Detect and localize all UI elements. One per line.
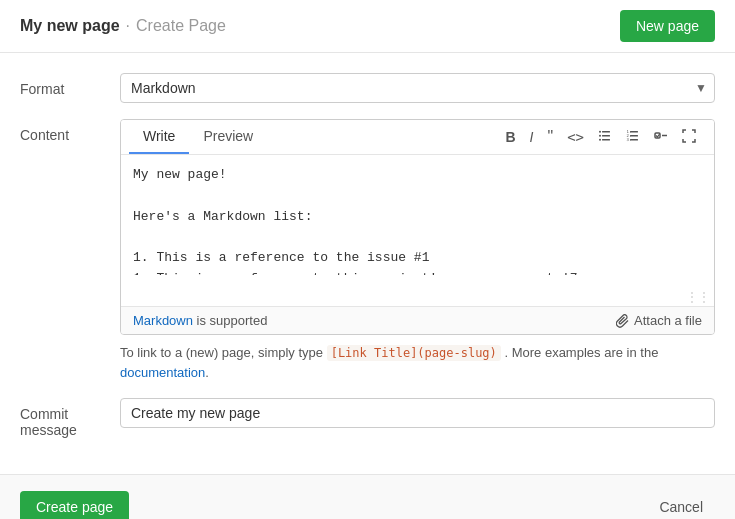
link-hint-prefix: To link to a (new) page, simply type bbox=[120, 345, 327, 360]
content-row: Content Write Preview B I " <> bbox=[20, 119, 715, 382]
bold-button[interactable]: B bbox=[499, 126, 521, 148]
commit-message-row: Commit message bbox=[20, 398, 715, 438]
format-row: Format Markdown AsciiDoc RDoc Org ▼ bbox=[20, 73, 715, 103]
content-label: Content bbox=[20, 119, 120, 143]
editor-toolbar: B I " <> 1.2.3. bbox=[495, 121, 706, 153]
attach-file-button[interactable]: Attach a file bbox=[616, 313, 702, 328]
documentation-link[interactable]: documentation bbox=[120, 365, 205, 380]
page-title-sub: Create Page bbox=[136, 17, 226, 35]
svg-rect-0 bbox=[602, 131, 610, 133]
resize-handle[interactable]: ⋮⋮ bbox=[121, 288, 714, 306]
attach-file-label: Attach a file bbox=[634, 313, 702, 328]
task-list-button[interactable] bbox=[648, 125, 674, 149]
breadcrumb: My new page · Create Page bbox=[20, 17, 226, 35]
format-label: Format bbox=[20, 73, 120, 97]
link-hint: To link to a (new) page, simply type [Li… bbox=[120, 343, 715, 382]
form-actions: Create page Cancel bbox=[0, 474, 735, 519]
editor-tabs-group: Write Preview bbox=[129, 120, 267, 154]
svg-text:3.: 3. bbox=[627, 137, 632, 142]
svg-rect-1 bbox=[602, 135, 610, 137]
create-page-button[interactable]: Create page bbox=[20, 491, 129, 519]
editor-footer: Markdown is supported Attach a file bbox=[121, 306, 714, 334]
svg-rect-2 bbox=[602, 139, 610, 141]
commit-message-input[interactable] bbox=[120, 398, 715, 428]
page-title-bold: My new page bbox=[20, 17, 120, 35]
unordered-list-button[interactable] bbox=[592, 125, 618, 149]
content-editor-wrap: Write Preview B I " <> 1.2.3. bbox=[120, 119, 715, 382]
markdown-supported-text: is supported bbox=[197, 313, 268, 328]
editor-body: My new page! Here's a Markdown list: 1. … bbox=[121, 155, 714, 288]
link-hint-suffix: . More examples are in the bbox=[504, 345, 658, 360]
create-page-form: Format Markdown AsciiDoc RDoc Org ▼ Cont… bbox=[0, 53, 735, 474]
commit-message-label: Commit message bbox=[20, 398, 120, 438]
cancel-button[interactable]: Cancel bbox=[647, 491, 715, 519]
ordered-list-button[interactable]: 1.2.3. bbox=[620, 125, 646, 149]
markdown-support-note: Markdown is supported bbox=[133, 313, 267, 328]
format-field: Markdown AsciiDoc RDoc Org ▼ bbox=[120, 73, 715, 103]
italic-button[interactable]: I bbox=[524, 126, 540, 148]
link-hint-code: [Link Title](page-slug) bbox=[327, 345, 501, 361]
tab-write[interactable]: Write bbox=[129, 120, 189, 154]
editor: Write Preview B I " <> 1.2.3. bbox=[120, 119, 715, 335]
svg-point-3 bbox=[599, 131, 601, 133]
format-select[interactable]: Markdown AsciiDoc RDoc Org bbox=[120, 73, 715, 103]
svg-point-4 bbox=[599, 135, 601, 137]
format-select-wrap: Markdown AsciiDoc RDoc Org ▼ bbox=[120, 73, 715, 103]
page-header: My new page · Create Page New page bbox=[0, 0, 735, 53]
svg-point-5 bbox=[599, 139, 601, 141]
new-page-button[interactable]: New page bbox=[620, 10, 715, 42]
markdown-link[interactable]: Markdown bbox=[133, 313, 193, 328]
title-separator: · bbox=[126, 17, 130, 35]
editor-tab-bar: Write Preview B I " <> 1.2.3. bbox=[121, 120, 714, 155]
content-textarea[interactable]: My new page! Here's a Markdown list: 1. … bbox=[133, 165, 702, 275]
paperclip-icon bbox=[616, 314, 630, 328]
blockquote-button[interactable]: " bbox=[541, 125, 559, 149]
tab-preview[interactable]: Preview bbox=[189, 120, 267, 154]
code-button[interactable]: <> bbox=[561, 126, 590, 148]
commit-message-field bbox=[120, 398, 715, 428]
fullscreen-button[interactable] bbox=[676, 125, 702, 149]
